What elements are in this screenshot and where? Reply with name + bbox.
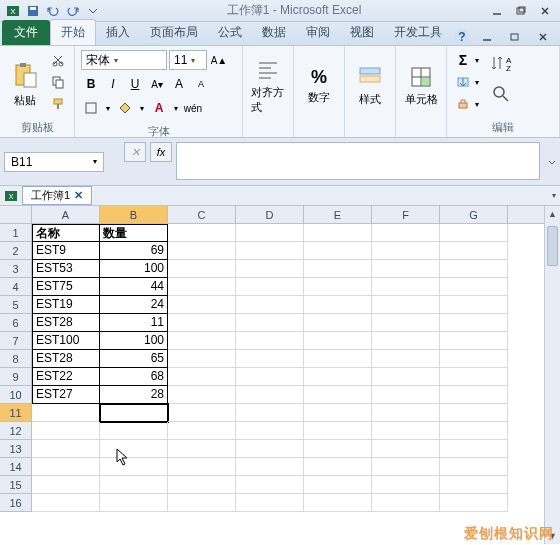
cell-C16[interactable] — [168, 494, 236, 512]
underline-button[interactable]: U — [125, 74, 145, 94]
row-header-14[interactable]: 14 — [0, 458, 31, 476]
cell-A2[interactable]: EST9 — [32, 242, 100, 260]
font-name-combo[interactable]: 宋体▾ — [81, 50, 167, 70]
cell-D3[interactable] — [236, 260, 304, 278]
cell-F10[interactable] — [372, 386, 440, 404]
cell-E8[interactable] — [304, 350, 372, 368]
close-button[interactable] — [534, 3, 556, 19]
shrink-font-icon[interactable]: A — [191, 74, 211, 94]
cell-C7[interactable] — [168, 332, 236, 350]
cell-D14[interactable] — [236, 458, 304, 476]
cell-B9[interactable]: 68 — [100, 368, 168, 386]
cell-A13[interactable] — [32, 440, 100, 458]
cell-E1[interactable] — [304, 224, 372, 242]
fx-button[interactable]: fx — [150, 142, 172, 162]
cell-B10[interactable]: 28 — [100, 386, 168, 404]
cell-C11[interactable] — [168, 404, 236, 422]
row-header-9[interactable]: 9 — [0, 368, 31, 386]
cell-E15[interactable] — [304, 476, 372, 494]
cell-E2[interactable] — [304, 242, 372, 260]
chevron-down-icon[interactable]: ▾ — [475, 100, 479, 109]
scrollbar-thumb[interactable] — [547, 226, 558, 266]
cell-G5[interactable] — [440, 296, 508, 314]
cell-D13[interactable] — [236, 440, 304, 458]
decrease-font-icon[interactable]: A▾ — [147, 74, 167, 94]
cell-B7[interactable]: 100 — [100, 332, 168, 350]
cell-F12[interactable] — [372, 422, 440, 440]
cell-E7[interactable] — [304, 332, 372, 350]
formula-bar-expand-icon[interactable] — [544, 138, 560, 185]
cell-F9[interactable] — [372, 368, 440, 386]
clear-icon[interactable] — [453, 94, 473, 114]
cell-F14[interactable] — [372, 458, 440, 476]
tab-page-layout[interactable]: 页面布局 — [140, 20, 208, 45]
row-header-6[interactable]: 6 — [0, 314, 31, 332]
cell-B11[interactable] — [100, 404, 168, 422]
cell-E14[interactable] — [304, 458, 372, 476]
cell-E13[interactable] — [304, 440, 372, 458]
excel-icon[interactable]: X — [4, 2, 22, 20]
format-painter-icon[interactable] — [48, 94, 68, 114]
ribbon-close-button[interactable] — [532, 29, 554, 45]
cell-B6[interactable]: 11 — [100, 314, 168, 332]
border-dropdown-icon[interactable]: ▾ — [103, 98, 113, 118]
paste-button[interactable]: 粘贴 — [6, 50, 44, 118]
cell-E5[interactable] — [304, 296, 372, 314]
cell-A11[interactable] — [32, 404, 100, 422]
row-header-13[interactable]: 13 — [0, 440, 31, 458]
tab-insert[interactable]: 插入 — [96, 20, 140, 45]
cell-D12[interactable] — [236, 422, 304, 440]
tab-home[interactable]: 开始 — [50, 19, 96, 45]
cell-F15[interactable] — [372, 476, 440, 494]
cell-F11[interactable] — [372, 404, 440, 422]
cell-C5[interactable] — [168, 296, 236, 314]
cell-B15[interactable] — [100, 476, 168, 494]
cell-D10[interactable] — [236, 386, 304, 404]
cell-A8[interactable]: EST28 — [32, 350, 100, 368]
cell-B3[interactable]: 100 — [100, 260, 168, 278]
cell-G2[interactable] — [440, 242, 508, 260]
cell-F7[interactable] — [372, 332, 440, 350]
vertical-scrollbar[interactable]: ▲ ▼ — [544, 206, 560, 544]
styles-button[interactable]: 样式 — [351, 50, 389, 121]
grow-font-icon[interactable]: A — [169, 74, 189, 94]
cell-B2[interactable]: 69 — [100, 242, 168, 260]
increase-font-icon[interactable]: A▲ — [209, 50, 229, 70]
row-header-4[interactable]: 4 — [0, 278, 31, 296]
cell-C1[interactable] — [168, 224, 236, 242]
column-header-A[interactable]: A — [32, 206, 100, 223]
cell-D6[interactable] — [236, 314, 304, 332]
tab-formulas[interactable]: 公式 — [208, 20, 252, 45]
cell-E10[interactable] — [304, 386, 372, 404]
cell-E6[interactable] — [304, 314, 372, 332]
cell-G9[interactable] — [440, 368, 508, 386]
chevron-down-icon[interactable]: ▾ — [475, 56, 479, 65]
cell-C2[interactable] — [168, 242, 236, 260]
cell-F1[interactable] — [372, 224, 440, 242]
cell-F13[interactable] — [372, 440, 440, 458]
fill-color-icon[interactable] — [115, 98, 135, 118]
row-header-16[interactable]: 16 — [0, 494, 31, 512]
cell-D5[interactable] — [236, 296, 304, 314]
cells-button[interactable]: 单元格 — [402, 50, 440, 121]
cell-G15[interactable] — [440, 476, 508, 494]
cell-B14[interactable] — [100, 458, 168, 476]
cell-D8[interactable] — [236, 350, 304, 368]
cell-B1[interactable]: 数量 — [100, 224, 168, 242]
scroll-up-icon[interactable]: ▲ — [545, 206, 560, 222]
cell-A5[interactable]: EST19 — [32, 296, 100, 314]
cell-A1[interactable]: 名称 — [32, 224, 100, 242]
undo-icon[interactable] — [44, 2, 62, 20]
cell-F4[interactable] — [372, 278, 440, 296]
cell-C14[interactable] — [168, 458, 236, 476]
cancel-formula-icon[interactable]: ✕ — [124, 142, 146, 162]
cell-E11[interactable] — [304, 404, 372, 422]
redo-icon[interactable] — [64, 2, 82, 20]
workbook-close-icon[interactable]: ✕ — [74, 189, 83, 202]
cell-A9[interactable]: EST22 — [32, 368, 100, 386]
row-header-15[interactable]: 15 — [0, 476, 31, 494]
column-header-F[interactable]: F — [372, 206, 440, 223]
cell-F16[interactable] — [372, 494, 440, 512]
row-header-8[interactable]: 8 — [0, 350, 31, 368]
cell-A6[interactable]: EST28 — [32, 314, 100, 332]
